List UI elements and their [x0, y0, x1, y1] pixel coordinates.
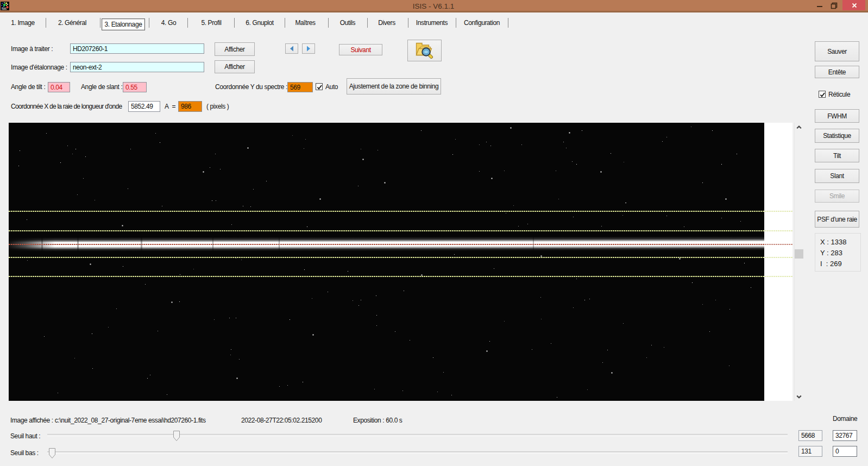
svg-text:ISIS: ISIS: [2, 7, 7, 10]
